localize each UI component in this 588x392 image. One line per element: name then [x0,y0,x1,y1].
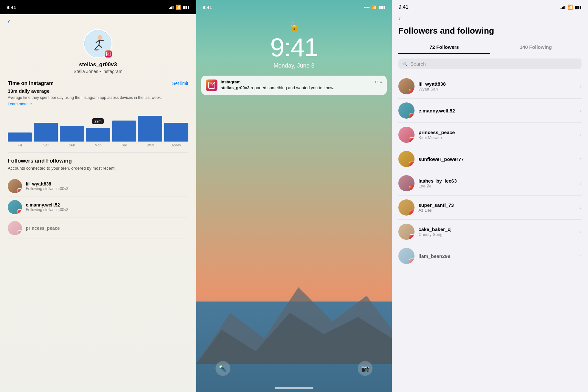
lock-time-display: 9:41 [270,35,318,60]
follower-ig-badge-wyatt [17,188,22,193]
label-sun: Sun [69,143,75,147]
ff-avatar-wyatt [398,78,415,94]
ff-handle-lashes: lashes_by_lee63 [418,178,576,184]
daily-average-text: 33m daily average [8,88,188,94]
notification-card[interactable]: Instagram now stellas_gr00v3 reported so… [201,76,387,95]
ff-info-sunflower: sunflower_power77 [418,156,576,162]
followers-description: Accounts connected to your teen, ordered… [8,165,188,171]
ff-avatar-cake [398,224,415,240]
follower-handle-manny: e.manny.well.52 [26,202,188,207]
wifi-icon-panel3: 📶 [567,5,573,10]
follower-avatar-manny [8,200,22,214]
divider-1 [8,152,188,153]
bar-tue: Tue [112,121,136,147]
follower-item-manny[interactable]: e.manny.well.52 Following stellas_gr00v3 [8,197,188,218]
ff-chevron-princess: › [580,132,582,138]
ff-chevron-sunflower: › [580,156,582,162]
panel-supervision: 9:41 📶 ▮▮▮ ‹ [0,0,196,392]
ff-item-liam[interactable]: liam_bean299 › [398,244,582,268]
bar-sat: Sat [34,123,58,147]
follower-avatar-wyatt [8,179,22,193]
set-limit-button[interactable]: Set limit [172,81,188,86]
panel1-scroll-area: ‹ [0,14,196,392]
ff-ig-badge-lashes [409,186,415,191]
followers-list: lil_wyatt838 Wyatt San › e.manny.well.52… [398,74,582,268]
camera-button[interactable]: 📷 [358,361,373,376]
instagram-badge-avatar [105,50,112,58]
ff-avatar-santi [398,199,415,216]
signal-icon-ls: ▪▪▪▪ [364,5,370,10]
ff-info-santi: super_santi_73 Az Deri [418,202,576,213]
label-mon: Mon [95,143,101,147]
ff-item-sunflower[interactable]: sunflower_power77 › [398,147,582,171]
svg-point-8 [94,49,99,51]
follower-sub-manny: Following stellas_gr00v3 [26,207,188,212]
bar-sun: Sun [60,126,84,147]
ff-item-manny[interactable]: e.manny.well.52 › [398,99,582,123]
followers-search-bar[interactable]: 🔍 Search [398,58,582,69]
ff-info-liam: liam_bean299 [418,253,576,259]
ff-info-manny: e.manny.well.52 [418,108,576,113]
bar-chart: Fri Sat Sun 22m Mon [8,111,188,147]
tab-following[interactable]: 140 Following [490,41,582,54]
follower-avatar-partial [8,221,22,235]
ff-info-cake: cake_baker_cj Christy Song [418,227,576,237]
ff-ig-badge-princess [409,137,415,143]
ff-ig-badge-wyatt [409,89,415,94]
status-time-panel3: 9:41 [398,4,408,10]
follower-ig-badge-manny [17,209,22,214]
status-icons-lockscreen: ▪▪▪▪ 📶 ▮▮▮ [364,5,385,10]
ff-avatar-liam [398,248,415,264]
flashlight-button[interactable]: 🔦 [215,361,230,376]
bar-wed: Wed [138,116,162,147]
ff-info-princess: princess_peace Kimi Muraito [418,130,576,140]
ff-item-cake[interactable]: cake_baker_cj Christy Song › [398,220,582,244]
notification-text: stellas_gr00v3 reported something and wa… [221,85,383,91]
ff-chevron-manny: › [580,108,582,113]
signal-icon-panel1 [169,5,173,9]
profile-section: stellas_gr00v3 Stella Jones • Instagram [8,29,188,74]
home-indicator-ls [275,387,313,389]
follower-ig-badge-partial [17,230,22,235]
learn-more-link[interactable]: Learn more ↗ [8,102,188,106]
ff-ig-badge-santi [409,210,415,216]
ff-item-santi[interactable]: super_santi_73 Az Deri › [398,196,582,220]
back-button-panel1[interactable]: ‹ [8,17,188,26]
page-title-followers: Followers and following [398,26,582,36]
tab-followers[interactable]: 72 Followers [398,41,490,54]
notification-header: Instagram now [221,79,383,84]
follower-handle-partial: princess_peace [26,226,188,231]
ff-item-wyatt[interactable]: lil_wyatt838 Wyatt San › [398,74,582,99]
follower-item-partial[interactable]: princess_peace [8,218,188,239]
follower-sub-wyatt: Following stellas_gr00v3 [26,186,188,191]
lockscreen-bottom-controls: 🔦 📷 [196,361,392,376]
ff-item-lashes[interactable]: lashes_by_lee63 Lee Ze › [398,171,582,196]
search-placeholder: Search [410,61,426,67]
ff-avatar-sunflower [398,151,415,167]
follower-info-wyatt: lil_wyatt838 Following stellas_gr00v3 [26,181,188,191]
follower-item-wyatt[interactable]: lil_wyatt838 Following stellas_gr00v3 [8,176,188,197]
ff-item-princess[interactable]: princess_peace Kimi Muraito › [398,123,582,147]
notification-app-name: Instagram [221,79,241,84]
status-bar-lockscreen: 9:41 ▪▪▪▪ 📶 ▮▮▮ [196,0,392,14]
avg-description: Average time they spent per day using th… [8,95,188,101]
panel-followers: 9:41 📶 ▮▮▮ ‹ Followers and following 72 … [392,0,588,392]
label-tue: Tue [121,143,127,147]
back-button-panel3[interactable]: ‹ [398,14,582,23]
ff-handle-princess: princess_peace [418,130,576,135]
ff-chevron-lashes: › [580,180,582,186]
follower-info-partial: princess_peace [26,226,188,231]
search-icon: 🔍 [402,61,408,67]
status-bar-panel1: 9:41 📶 ▮▮▮ [0,0,196,14]
follower-info-manny: e.manny.well.52 Following stellas_gr00v3 [26,202,188,212]
ff-chevron-liam: › [580,253,582,259]
battery-icon-panel3: ▮▮▮ [575,5,582,10]
ff-avatar-princess [398,127,415,143]
label-wed: Wed [146,143,153,147]
ff-ig-badge-cake [409,234,415,240]
ff-ig-badge-liam [409,259,415,264]
label-sat: Sat [43,143,49,147]
notification-time: now [375,79,382,84]
ff-subname-cake: Christy Song [418,232,576,237]
status-time-lockscreen: 9:41 [203,5,212,10]
